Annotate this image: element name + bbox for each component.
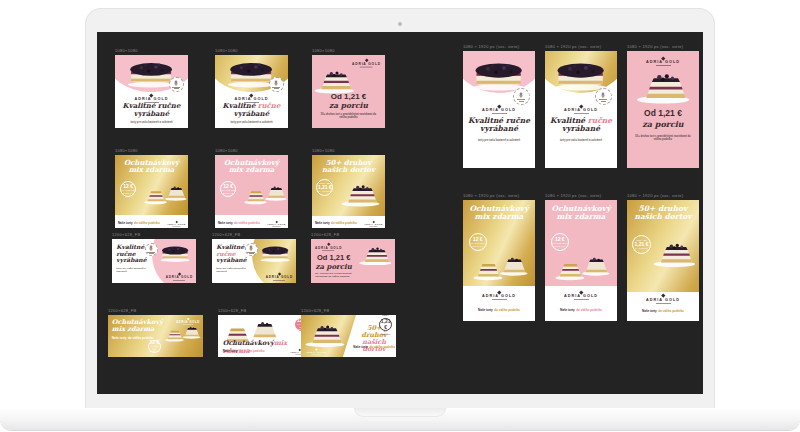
blueberry-cake-photo [554, 59, 607, 91]
adriagold-logo: ADRIA GOLD [463, 291, 535, 300]
cake-mix-photo [243, 182, 288, 205]
banner-slot: 1080 × 1920 px (soc. siete) ADRIA GOLD O… [627, 44, 699, 168]
blueberry-cake-photo [127, 59, 175, 88]
banner-title: 50+ druhovnašich dortov [312, 159, 385, 174]
banner-size-label: 1080 × 1920 px (soc. siete) [463, 44, 535, 51]
banner-mix-story: Ochutnávkovýmix zdarma 12 € platíte len … [463, 200, 535, 321]
logo-diamond-icon [497, 290, 501, 294]
banner-kvalitne-square: ADRIA GOLD Kvalitné ručne vyrábané torty… [115, 55, 188, 128]
banner-tagline: torty pre vašu kaviareň a cukráreň [119, 121, 185, 124]
price-text: Od 1,21 € [312, 92, 385, 101]
banner-slot: 1080×1080 ADRIA GOLD Od 1,21 € za porciu… [312, 48, 385, 128]
laptop-lid-notch [354, 408, 446, 417]
banner-title: Ochutnávkovýmix zdarma [545, 205, 617, 221]
handmade-badge [513, 88, 530, 105]
banner-title: Kvalitné ručne vyrábané [547, 117, 615, 133]
laptop-screen-bezel: 1080×1080 ADRIA GOLD Kvalitné ručne vyrá… [85, 8, 715, 408]
laptop-base [0, 408, 800, 430]
price-badge: 12 € platíte len dopravu [148, 340, 161, 353]
logo-diamond-icon [579, 290, 583, 294]
banner-footer: Naše tortydo vášho podniku [545, 308, 617, 312]
logo-diamond-icon [497, 104, 501, 108]
cupcake-icon [600, 92, 606, 98]
adriagold-logo: ADRIA GOLD [266, 273, 293, 280]
banner-footer: Naše tortydo vášho podniku [118, 221, 171, 225]
banner-slot: 1080×1080 ADRIA GOLD Kvalitné ručne vyrá… [115, 48, 188, 128]
cake-mix-photo [164, 323, 202, 342]
cake-slice-photo [652, 238, 697, 268]
banner-size-label: 1200×628_FB [108, 308, 203, 315]
adriagold-logo: ADRIA GOLD [267, 222, 286, 227]
adriagold-logo: ADRIA GOLD [545, 105, 617, 114]
blueberry-cake-photo [472, 59, 525, 91]
banner-footer: Naše tortydo vášho podniku [463, 308, 535, 312]
adriagold-logo: ADRIA GOLD [176, 318, 200, 324]
banner-footer: Naše tortydo vášho podniku [315, 221, 368, 225]
banner-size-label: 1080×1080 [215, 48, 288, 55]
banner-porcia-fb: ADRIA GOLD Od 1,21 € za porciu 50+ druho… [311, 239, 395, 283]
handmade-badge [269, 77, 284, 92]
banner-slot: 1200×628_FB ADRIA GOLD Kvalitné ručne vy… [212, 232, 296, 283]
banner-title: Ochutnávkovýmix zdarma [215, 159, 288, 174]
banner-size-label: 1080×1080 [312, 148, 385, 155]
cake-slice-photo [304, 320, 346, 348]
banner-kvalitne-story: ADRIA GOLD Kvalitné ručne vyrábané torty… [463, 51, 535, 168]
banner-size-label: 1080×1080 [115, 48, 188, 55]
banner-druhy-story: 50+ druhovnašich dortov cena od 1,21 € z… [627, 200, 699, 321]
banner-porcia-square: ADRIA GOLD Od 1,21 € za porciu 50+ druho… [312, 55, 385, 128]
blueberry-cake-photo [160, 244, 190, 262]
banner-title: Ochutnávkovýmix zdarma [463, 205, 535, 221]
banner-size-label: 1080×1080 [215, 148, 288, 155]
adriagold-logo: ADRIA GOLD [463, 105, 535, 114]
logo-diamond-icon [278, 272, 281, 275]
price-unit-text: za porciu [627, 119, 699, 129]
banner-size-label: 1080×1080 [115, 148, 188, 155]
banner-slot: 1080 × 1920 px (soc. siete) ADRIA GOLD K… [545, 44, 617, 168]
banner-tagline: torty pre vašu kaviareň a cukráreň [550, 139, 612, 142]
banner-size-label: 1080×1080 [312, 48, 385, 55]
banner-mix-square: Ochutnávkovýmix zdarma 12 € platíte len … [215, 155, 288, 228]
handmade-badge [169, 77, 184, 92]
banner-kvalitne-fb: ADRIA GOLD Kvalitné ručne vyrábané torty… [212, 239, 296, 283]
logo-diamond-icon [178, 272, 181, 275]
cake-mix-photo [554, 252, 612, 281]
cake-slice-photo [358, 243, 392, 266]
banner-footer: Naše tortydo vášho podniku [627, 309, 699, 313]
banner-tagline: torty pre vašu kaviareň a cukráreň [116, 267, 150, 273]
banner-kvalitne-story: ADRIA GOLD Kvalitné ručne vyrábané torty… [545, 51, 617, 168]
price-text: Od 1,21 € [314, 253, 353, 262]
price-unit-text: za porciu [314, 262, 353, 271]
price-text: Od 1,21 € [627, 108, 699, 118]
banner-tagline: torty pre vašu kaviareň a cukráreň [468, 139, 530, 142]
cupcake-icon [248, 245, 254, 251]
cupcake-icon [173, 80, 179, 86]
banner-tagline: torty pre vašu kaviareň a cukráreň [216, 267, 250, 273]
banner-druhy-square: 50+ druhovnašich dortov cena od 1,21 € z… [312, 155, 385, 228]
logo-diamond-icon [579, 104, 583, 108]
handmade-badge [595, 88, 612, 105]
banner-druhy-fb: 50+ druhovnašich dortov cena od 1,21 € z… [301, 315, 396, 357]
banner-slot: 1080 × 1920 px (soc. siete) ADRIA GOLD K… [463, 44, 535, 168]
banner-title: Kvalitné ručne vyrábané [116, 244, 148, 264]
banner-size-label: 1200×628_FB [218, 308, 313, 315]
banner-slot: 1200×628_FB Ochutnávkovýmix zdarma 12 € … [218, 308, 313, 357]
logo-diamond-icon [187, 317, 189, 319]
banner-slot: 1080 × 1920 px (soc. siete) Ochutnávkový… [545, 193, 617, 321]
logo-diamond-icon [661, 294, 665, 298]
adriagold-logo: ADRIA GOLD [364, 222, 383, 227]
banner-size-label: 1080 × 1920 px (soc. siete) [545, 44, 617, 51]
banner-kvalitne-square: ADRIA GOLD Kvalitné ručne vyrábané torty… [215, 55, 288, 128]
blueberry-cake-photo [227, 59, 275, 88]
cupcake-icon [518, 92, 524, 98]
adriagold-logo: ADRIA GOLD [306, 349, 326, 354]
cupcake-icon [273, 80, 279, 86]
cake-slice-photo [635, 67, 691, 104]
banner-slot: 1080 × 1920 px (soc. siete) 50+ druhovna… [627, 193, 699, 321]
adriagold-logo: ADRIA GOLD [545, 291, 617, 300]
banner-tagline: torty pre vašu kaviareň a cukráreň [219, 121, 285, 124]
banner-title: Kvalitné ručne vyrábané [218, 102, 285, 117]
banner-title: Ochutnávkovýmix zdarma [115, 159, 188, 174]
banner-slot: 1200×628_FB ADRIA GOLD Kvalitné ručne vy… [112, 232, 196, 283]
cake-mix-photo [472, 252, 530, 281]
banner-kvalitne-fb: ADRIA GOLD Kvalitné ručne vyrábané torty… [112, 239, 196, 283]
